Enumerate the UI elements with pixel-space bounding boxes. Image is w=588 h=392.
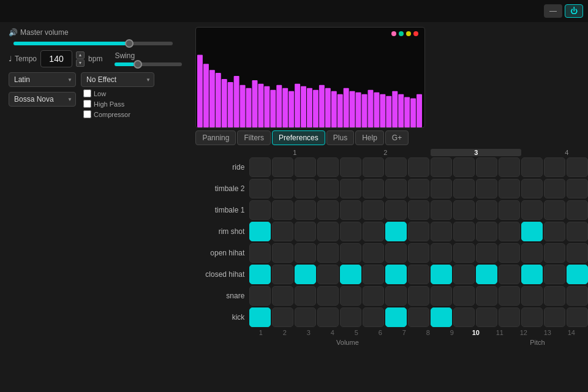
cell-closedhihat-4[interactable] xyxy=(317,265,339,284)
cell-timbale1-4[interactable] xyxy=(317,200,339,220)
cell-closedhihat-14[interactable] xyxy=(544,265,565,284)
cell-snare-9[interactable] xyxy=(431,286,452,306)
cell-rimshot-13[interactable] xyxy=(521,222,543,241)
tab-plus[interactable]: Plus xyxy=(326,130,354,145)
cell-closedhihat-9[interactable] xyxy=(431,265,452,284)
cell-snare-13[interactable] xyxy=(521,286,543,306)
cell-snare-14[interactable] xyxy=(544,286,565,306)
cell-kick-7[interactable] xyxy=(385,307,407,327)
cell-kick-11[interactable] xyxy=(476,307,497,327)
cell-timbale2-12[interactable] xyxy=(499,179,520,198)
cell-rimshot-5[interactable] xyxy=(340,222,361,241)
cell-closedhihat-6[interactable] xyxy=(363,265,384,284)
cell-ride-10[interactable] xyxy=(453,157,475,177)
cell-timbale2-1[interactable] xyxy=(249,179,271,198)
cell-timbale2-13[interactable] xyxy=(521,179,543,198)
cell-kick-10[interactable] xyxy=(453,307,475,327)
cell-rimshot-8[interactable] xyxy=(408,222,429,241)
cell-openhihat-4[interactable] xyxy=(317,243,339,263)
cell-snare-12[interactable] xyxy=(499,286,520,306)
cell-timbale1-5[interactable] xyxy=(340,200,361,220)
effect-dropdown[interactable]: No Effect Reverb Delay Chorus xyxy=(81,72,154,87)
cell-openhihat-6[interactable] xyxy=(363,243,384,263)
cell-kick-8[interactable] xyxy=(408,307,429,327)
cell-timbale2-7[interactable] xyxy=(385,179,407,198)
cell-kick-1[interactable] xyxy=(249,307,271,327)
cell-closedhihat-11[interactable] xyxy=(476,265,497,284)
cell-timbale2-3[interactable] xyxy=(295,179,316,198)
cell-openhihat-10[interactable] xyxy=(453,243,475,263)
cell-openhihat-2[interactable] xyxy=(272,243,293,263)
cell-timbale1-8[interactable] xyxy=(408,200,429,220)
low-pass-checkbox[interactable] xyxy=(83,89,91,97)
cell-timbale2-6[interactable] xyxy=(363,179,384,198)
cell-rimshot-14[interactable] xyxy=(544,222,565,241)
cell-openhihat-5[interactable] xyxy=(340,243,361,263)
cell-rimshot-3[interactable] xyxy=(295,222,316,241)
cell-timbale1-12[interactable] xyxy=(499,200,520,220)
style-dropdown[interactable]: Latin Rock Jazz Electronic xyxy=(9,72,76,87)
compressor-checkbox-label[interactable]: Compressor xyxy=(83,110,130,118)
swing-slider[interactable] xyxy=(115,62,182,66)
cell-ride-12[interactable] xyxy=(499,157,520,177)
tempo-value[interactable]: 140 xyxy=(40,50,72,67)
cell-timbale2-15[interactable] xyxy=(567,179,588,198)
cell-timbale2-5[interactable] xyxy=(340,179,361,198)
cell-snare-5[interactable] xyxy=(340,286,361,306)
cell-ride-1[interactable] xyxy=(249,157,271,177)
cell-ride-7[interactable] xyxy=(385,157,407,177)
cell-ride-4[interactable] xyxy=(317,157,339,177)
cell-kick-15[interactable] xyxy=(567,307,588,327)
pattern-dropdown[interactable]: Bossa Nova Pattern 2 Pattern 3 xyxy=(9,92,76,107)
master-volume-slider[interactable] xyxy=(13,42,173,45)
cell-kick-2[interactable] xyxy=(272,307,293,327)
cell-openhihat-7[interactable] xyxy=(385,243,407,263)
cell-openhihat-1[interactable] xyxy=(249,243,271,263)
cell-snare-4[interactable] xyxy=(317,286,339,306)
cell-snare-2[interactable] xyxy=(272,286,293,306)
cell-timbale1-15[interactable] xyxy=(567,200,588,220)
cell-timbale1-2[interactable] xyxy=(272,200,293,220)
cell-timbale2-2[interactable] xyxy=(272,179,293,198)
tab-help[interactable]: Help xyxy=(355,130,384,145)
cell-closedhihat-8[interactable] xyxy=(408,265,429,284)
cell-snare-10[interactable] xyxy=(453,286,475,306)
cell-timbale1-6[interactable] xyxy=(363,200,384,220)
cell-snare-3[interactable] xyxy=(295,286,316,306)
cell-closedhihat-15[interactable] xyxy=(567,265,588,284)
cell-kick-4[interactable] xyxy=(317,307,339,327)
cell-snare-15[interactable] xyxy=(567,286,588,306)
cell-ride-3[interactable] xyxy=(295,157,316,177)
cell-rimshot-10[interactable] xyxy=(453,222,475,241)
cell-rimshot-4[interactable] xyxy=(317,222,339,241)
cell-openhihat-13[interactable] xyxy=(521,243,543,263)
cell-kick-5[interactable] xyxy=(340,307,361,327)
cell-closedhihat-13[interactable] xyxy=(521,265,543,284)
minimize-button[interactable]: — xyxy=(544,4,562,18)
cell-openhihat-11[interactable] xyxy=(476,243,497,263)
cell-timbale1-13[interactable] xyxy=(521,200,543,220)
cell-timbale1-10[interactable] xyxy=(453,200,475,220)
cell-kick-9[interactable] xyxy=(431,307,452,327)
cell-rimshot-11[interactable] xyxy=(476,222,497,241)
cell-snare-11[interactable] xyxy=(476,286,497,306)
cell-openhihat-3[interactable] xyxy=(295,243,316,263)
cell-rimshot-9[interactable] xyxy=(431,222,452,241)
cell-kick-6[interactable] xyxy=(363,307,384,327)
cell-kick-13[interactable] xyxy=(521,307,543,327)
cell-rimshot-15[interactable] xyxy=(567,222,588,241)
power-button[interactable]: ⏻ xyxy=(565,4,583,18)
tab-panning[interactable]: Panning xyxy=(195,130,236,145)
cell-timbale1-3[interactable] xyxy=(295,200,316,220)
cell-ride-8[interactable] xyxy=(408,157,429,177)
low-pass-checkbox-label[interactable]: Low xyxy=(83,89,130,97)
cell-snare-7[interactable] xyxy=(385,286,407,306)
cell-closedhihat-10[interactable] xyxy=(453,265,475,284)
cell-ride-5[interactable] xyxy=(340,157,361,177)
cell-snare-1[interactable] xyxy=(249,286,271,306)
cell-timbale2-11[interactable] xyxy=(476,179,497,198)
tempo-up-button[interactable]: ▲ xyxy=(76,51,85,59)
cell-rimshot-12[interactable] xyxy=(499,222,520,241)
cell-timbale1-9[interactable] xyxy=(431,200,452,220)
cell-rimshot-6[interactable] xyxy=(363,222,384,241)
